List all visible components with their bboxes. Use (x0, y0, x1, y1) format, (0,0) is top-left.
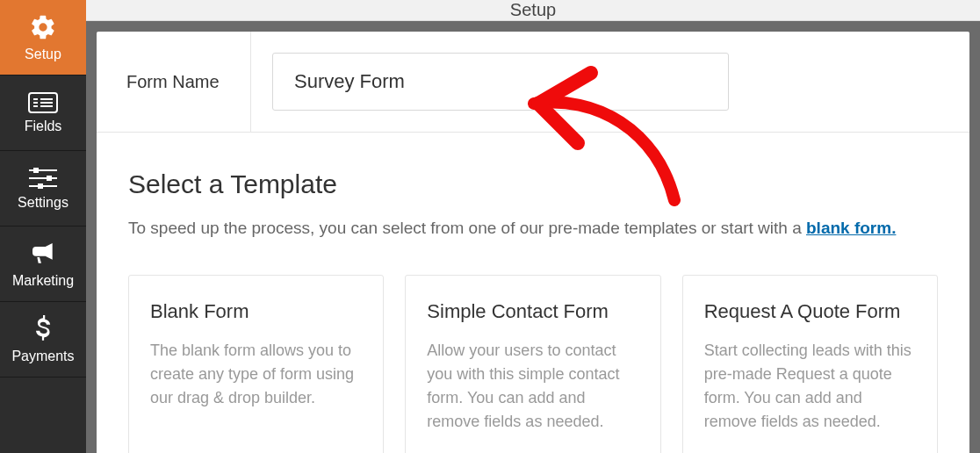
template-card-title: Simple Contact Form (427, 300, 638, 323)
svg-rect-10 (47, 176, 52, 181)
template-card-desc: The blank form allows you to create any … (150, 339, 362, 410)
sidebar-item-payments[interactable]: Payments (0, 302, 86, 378)
form-name-label: Form Name (126, 72, 220, 92)
content-shell: Form Name Select a Template To speed up … (86, 21, 980, 453)
sidebar-item-settings[interactable]: Settings (0, 151, 86, 226)
template-card-title: Request A Quote Form (704, 300, 916, 323)
sliders-icon (29, 167, 57, 190)
bullhorn-icon (29, 240, 57, 268)
gear-icon (29, 13, 57, 41)
template-section: Select a Template To speed up the proces… (97, 133, 969, 453)
topbar: Setup (86, 0, 980, 21)
dollar-icon (34, 315, 52, 343)
form-name-input-cell (251, 32, 969, 132)
page-title: Setup (510, 0, 556, 20)
sidebar-item-fields[interactable]: Fields (0, 76, 86, 151)
template-card-blank-form[interactable]: Blank Form The blank form allows you to … (128, 275, 384, 453)
form-name-row: Form Name (97, 32, 969, 133)
template-subtext: To speed up the process, you can select … (128, 219, 938, 238)
template-card-desc: Start collecting leads with this pre-mad… (704, 339, 916, 434)
form-name-input[interactable] (272, 53, 729, 111)
sidebar-item-label: Marketing (12, 273, 74, 289)
sidebar-item-label: Setup (25, 47, 61, 62)
sidebar-item-marketing[interactable]: Marketing (0, 226, 86, 302)
svg-rect-8 (33, 168, 39, 173)
sidebar-item-setup[interactable]: Setup (0, 0, 86, 76)
template-card-simple-contact[interactable]: Simple Contact Form Allow your users to … (405, 275, 660, 453)
template-cards: Blank Form The blank form allows you to … (128, 275, 938, 453)
sidebar: Setup Fields Settings Marketing (0, 0, 86, 453)
template-card-request-quote[interactable]: Request A Quote Form Start collecting le… (682, 275, 938, 453)
template-heading: Select a Template (128, 169, 938, 199)
main: Setup Form Name Select a Template To spe… (86, 0, 980, 453)
svg-rect-12 (38, 183, 43, 189)
form-name-label-cell: Form Name (97, 32, 251, 132)
sidebar-item-label: Fields (25, 119, 62, 134)
template-card-desc: Allow your users to contact you with thi… (427, 339, 638, 434)
sidebar-item-label: Payments (11, 349, 74, 364)
template-subtext-prefix: To speed up the process, you can select … (128, 219, 806, 237)
template-card-title: Blank Form (150, 300, 362, 323)
list-icon (28, 92, 58, 113)
sidebar-item-label: Settings (18, 195, 68, 211)
content: Form Name Select a Template To speed up … (97, 32, 969, 453)
blank-form-link[interactable]: blank form. (806, 219, 896, 237)
